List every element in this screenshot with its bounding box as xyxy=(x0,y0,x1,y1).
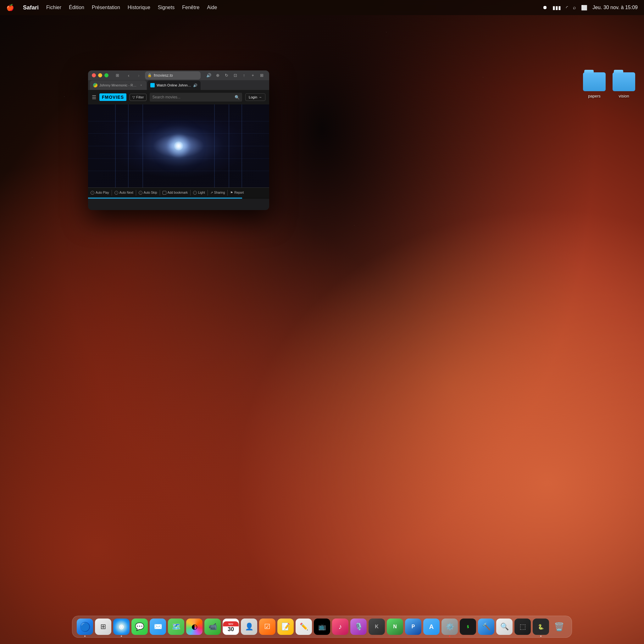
browser-window: ⊞ ‹ › 🔒 fmoviesz.to 🔊 ⊕ ↻ ⊡ ↑ + ⊞ xyxy=(88,70,269,210)
menu-datetime: Jeu. 30 nov. à 15:09 xyxy=(592,5,638,10)
auto-skip-toggle[interactable]: ○ xyxy=(139,191,142,195)
safari-dot xyxy=(121,636,122,637)
dock-item-safari[interactable]: ◎ xyxy=(113,619,130,635)
dock-item-tv[interactable]: 📺 xyxy=(314,619,330,635)
menu-signets[interactable]: Signets xyxy=(158,5,175,10)
close-button[interactable] xyxy=(92,73,96,77)
dock-item-keynote[interactable]: K xyxy=(369,619,385,635)
share-button[interactable]: ↑ xyxy=(240,72,248,79)
dock-item-messages[interactable]: 💬 xyxy=(131,619,148,635)
search-bar[interactable]: Search movies... 🔍 xyxy=(150,93,242,102)
control-light[interactable]: ○ Light xyxy=(193,191,205,195)
dock-item-finder[interactable]: 🔵 xyxy=(77,619,93,635)
control-auto-next[interactable]: ○ Auto Next xyxy=(114,191,133,195)
auto-play-toggle[interactable]: ○ xyxy=(91,191,94,195)
extensions-icon[interactable]: ⊕ xyxy=(214,72,221,79)
new-tab-button[interactable]: + xyxy=(249,72,257,79)
dock-item-xcode[interactable]: 🔨 xyxy=(478,619,494,635)
minimize-button[interactable] xyxy=(98,73,102,77)
battery-icon[interactable]: ▮▮▮ xyxy=(552,5,561,11)
control-auto-play[interactable]: ○ Auto Play xyxy=(91,191,109,195)
back-button[interactable]: ‹ xyxy=(125,72,132,79)
airplay-icon[interactable]: ⬜ xyxy=(581,5,587,11)
dock-item-contacts[interactable]: 👤 xyxy=(241,619,257,635)
desktop-icon-vision[interactable]: vision xyxy=(608,72,640,98)
dock-item-calendar[interactable]: NOV 30 xyxy=(223,619,239,635)
forward-button[interactable]: › xyxy=(135,72,142,79)
show-all-tabs-button[interactable]: ⊞ xyxy=(258,72,265,79)
reader-icon[interactable]: ⊡ xyxy=(231,72,239,79)
light-toggle[interactable]: ○ xyxy=(193,191,197,195)
browser-chrome: ⊞ ‹ › 🔒 fmoviesz.to 🔊 ⊕ ↻ ⊡ ↑ + ⊞ xyxy=(88,70,269,90)
menu-aide[interactable]: Aide xyxy=(207,5,217,10)
menu-historique[interactable]: Historique xyxy=(128,5,150,10)
dock-item-facetime[interactable]: 📹 xyxy=(204,619,221,635)
hamburger-menu-icon[interactable]: ☰ xyxy=(92,94,96,100)
fmovies-header: ☰ FMOVIES ▽ Filter Search movies... 🔍 Lo… xyxy=(88,90,269,104)
address-bar[interactable]: 🔒 fmoviesz.to xyxy=(145,71,201,80)
menu-presentation[interactable]: Présentation xyxy=(92,5,120,10)
browser-actions: 🔊 ⊕ ↻ ⊡ ↑ + ⊞ xyxy=(205,72,265,79)
dock-item-terminal[interactable]: $ xyxy=(460,619,476,635)
sharing-icon: ↗ xyxy=(210,191,213,194)
search-menubar-icon[interactable]: ⌕ xyxy=(573,5,576,10)
control-sharing[interactable]: ↗ Sharing xyxy=(210,191,225,194)
menu-fenetre[interactable]: Fenêtre xyxy=(182,5,199,10)
screen-record-icon[interactable]: ⏺ xyxy=(542,5,547,10)
dock-item-maps[interactable]: 🗺️ xyxy=(168,619,184,635)
menu-fichier[interactable]: Fichier xyxy=(46,5,61,10)
lock-icon: 🔒 xyxy=(147,73,152,77)
desktop-icon-papers[interactable]: papers xyxy=(579,72,610,98)
dock-item-settings[interactable]: ⚙️ xyxy=(441,619,458,635)
dock-item-launchpad[interactable]: ⊞ xyxy=(95,619,111,635)
fmovies-logo[interactable]: FMOVIES xyxy=(99,93,126,101)
dock-item-trash[interactable]: 🗑️ xyxy=(551,619,567,635)
dock-item-numbers[interactable]: N xyxy=(387,619,403,635)
filter-button[interactable]: ▽ Filter xyxy=(130,94,147,101)
auto-next-toggle[interactable]: ○ xyxy=(114,191,118,195)
dock-item-python[interactable]: 🐍 xyxy=(533,619,549,635)
reload-button[interactable]: ↻ xyxy=(223,72,230,79)
search-icon[interactable]: 🔍 xyxy=(235,95,240,100)
control-auto-skip[interactable]: ○ Auto Skip xyxy=(139,191,157,195)
dock-item-mail[interactable]: ✉️ xyxy=(150,619,166,635)
menu-app-name[interactable]: Safari xyxy=(23,4,39,11)
login-arrow-icon: → xyxy=(258,95,262,99)
browser-tabs: Johnny Mnemonic - Recherche Google × Wat… xyxy=(88,80,269,90)
traffic-lights xyxy=(92,73,108,77)
dock-item-photos[interactable]: ◐ xyxy=(186,619,203,635)
control-report[interactable]: ⚑ Report xyxy=(230,191,244,194)
search-input[interactable]: Search movies... xyxy=(152,95,233,99)
auto-skip-label: Auto Skip xyxy=(144,191,157,194)
login-button[interactable]: Login → xyxy=(245,93,265,101)
tab-google-close[interactable]: × xyxy=(139,83,143,87)
menu-edition[interactable]: Édition xyxy=(69,5,84,10)
apple-logo-icon[interactable]: 🍎 xyxy=(6,4,14,11)
menu-bar-left: 🍎 Safari Fichier Édition Présentation Hi… xyxy=(6,4,217,11)
dock-item-preview[interactable]: 🔍 xyxy=(496,619,513,635)
dock-item-screenshot[interactable]: ⬚ xyxy=(514,619,531,635)
dock-item-reminders[interactable]: ☑ xyxy=(259,619,275,635)
website-content: ☰ FMOVIES ▽ Filter Search movies... 🔍 Lo… xyxy=(88,90,269,199)
tab-fmovies[interactable]: Watch Online Johnny Mnemonic 1995 🔊 xyxy=(147,81,201,90)
wifi-icon[interactable]: ◜ xyxy=(566,5,568,11)
light-burst xyxy=(163,130,194,162)
window-switcher-icon[interactable]: ⊞ xyxy=(114,72,121,79)
audio-icon[interactable]: 🔊 xyxy=(205,72,213,79)
dock-item-music[interactable]: ♪ xyxy=(332,619,348,635)
dock-item-pages[interactable]: P xyxy=(405,619,421,635)
report-label: Report xyxy=(234,191,244,194)
control-bookmark[interactable]: Add bookmark xyxy=(163,191,188,195)
dock-item-appstore[interactable]: A xyxy=(423,619,440,635)
tab-sound-icon[interactable]: 🔊 xyxy=(193,83,197,87)
bookmark-checkbox[interactable] xyxy=(163,191,166,195)
auto-next-label: Auto Next xyxy=(119,191,133,194)
google-favicon xyxy=(93,83,97,87)
dock-item-freeform[interactable]: ✏️ xyxy=(296,619,312,635)
maximize-button[interactable] xyxy=(104,73,108,77)
tab-google[interactable]: Johnny Mnemonic - Recherche Google × xyxy=(90,81,147,90)
dock-item-podcasts[interactable]: 🎙️ xyxy=(350,619,367,635)
dock-item-notes[interactable]: 📝 xyxy=(277,619,294,635)
tab-google-label: Johnny Mnemonic - Recherche Google xyxy=(99,83,137,87)
video-player[interactable] xyxy=(88,104,269,187)
